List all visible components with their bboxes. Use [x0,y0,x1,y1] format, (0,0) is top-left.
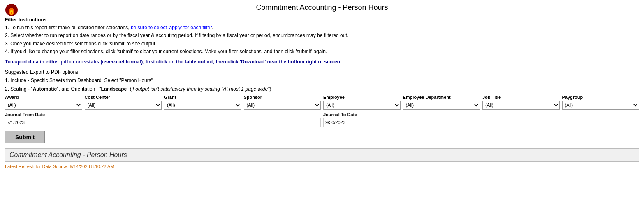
filter-group-employee: Employee(All) [323,95,401,110]
filter-label-3: Sponsor [244,95,321,100]
journal-from-date-group: Journal From Date [5,112,321,127]
filter-select-paygroup[interactable]: (All) [562,101,639,110]
journal-from-date-label: Journal From Date [5,112,321,117]
filter-label-6: Job Title [482,95,560,100]
filter-group-job-title: Job Title(All) [482,95,560,110]
svg-point-3 [11,12,12,14]
filter-label-1: Cost Center [85,95,162,100]
filter-group-cost-center: Cost Center(All) [85,95,162,110]
submit-button[interactable]: Submit [5,131,45,143]
filter-label-7: Paygroup [562,95,639,100]
home-logo-icon[interactable] [5,3,18,16]
filter-select-job-title[interactable]: (All) [482,101,560,110]
filter-group-award: Award(All) [5,95,82,110]
filter-select-grant[interactable]: (All) [164,101,241,110]
filter-select-employee-department[interactable]: (All) [403,101,480,110]
filter-label-5: Employee Department [403,95,480,100]
journal-to-date-label: Journal To Date [323,112,639,117]
journal-to-date-input[interactable] [323,118,639,127]
filter-group-sponsor: Sponsor(All) [244,95,321,110]
filter-instructions: Filter Instructions: 1. To run this repo… [5,16,639,56]
filter-label-0: Award [5,95,82,100]
export-option2: 2. Scaling - "Automatic", and Orientatio… [5,86,271,92]
page-title: Commitment Accounting - Person Hours [5,3,639,12]
journal-to-date-group: Journal To Date [323,112,639,127]
filter-select-cost-center[interactable]: (All) [85,101,162,110]
instructions-heading: Filter Instructions: [5,17,48,23]
instruction-line3: 3. Once you make desired filter selectio… [5,41,157,47]
refresh-text: Latest Refresh for Data Source: 9/14/202… [5,164,639,169]
instruction-line1: 1. To run this report first make all des… [5,25,213,30]
filter-group-paygroup: Paygroup(All) [562,95,639,110]
filter-select-employee[interactable]: (All) [323,101,401,110]
instruction-line2: 2. Select whether to run report on date … [5,33,348,38]
filter-label-4: Employee [323,95,401,100]
filters-row: Award(All)Cost Center(All)Grant(All)Spon… [5,95,639,110]
filter-select-award[interactable]: (All) [5,101,82,110]
export-option1: 1. Include - Specific Sheets from Dashbo… [5,77,153,83]
report-title-bar: Commitment Accounting - Person Hours [5,148,639,162]
export-link[interactable]: To export data in either pdf or crosstab… [5,59,340,65]
date-filters-row: Journal From Date Journal To Date [5,112,639,127]
filter-group-grant: Grant(All) [164,95,241,110]
filter-label-2: Grant [164,95,241,100]
journal-from-date-input[interactable] [5,118,321,127]
filter-group-employee-department: Employee Department(All) [403,95,480,110]
suggested-label: Suggested Export to PDF options: [5,69,79,75]
filter-select-sponsor[interactable]: (All) [244,101,321,110]
instruction-line4: 4. If you'd like to change your filter s… [5,49,327,54]
suggested-export: Suggested Export to PDF options: 1. Incl… [5,68,639,93]
